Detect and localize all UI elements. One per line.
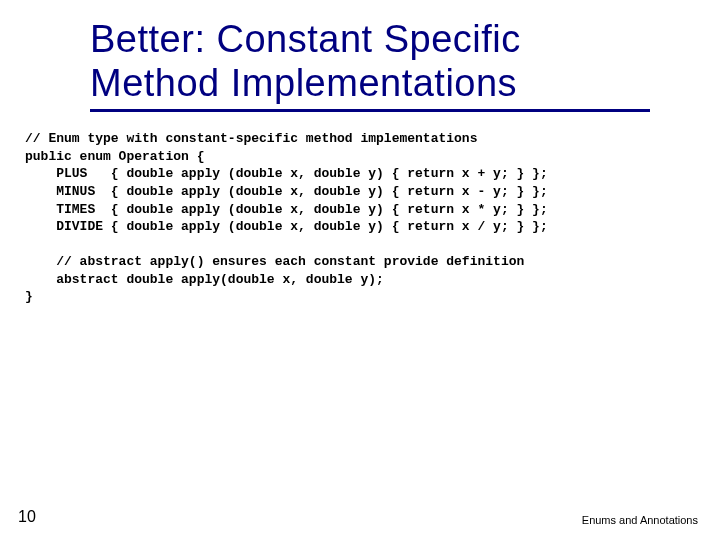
title-line-1: Better: Constant Specific xyxy=(90,18,521,60)
title-underline xyxy=(90,109,650,112)
code-block: // Enum type with constant-specific meth… xyxy=(25,130,720,305)
title-line-2: Method Implementations xyxy=(90,62,517,104)
slide-title: Better: Constant Specific Method Impleme… xyxy=(90,18,720,105)
footer-text: Enums and Annotations xyxy=(582,514,698,526)
page-number: 10 xyxy=(18,508,36,526)
